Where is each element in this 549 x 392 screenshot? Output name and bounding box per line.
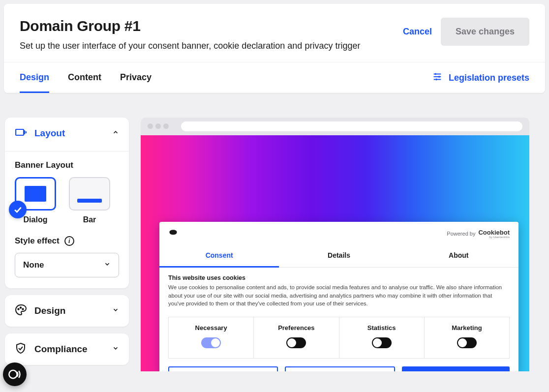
tab-content[interactable]: Content — [68, 62, 101, 93]
palette-icon — [15, 304, 27, 318]
category-statistics-label: Statistics — [342, 324, 421, 332]
browser-mock: Powered by Cookiebot by Usercentrics Con… — [141, 118, 529, 371]
banner-button-3[interactable] — [402, 366, 510, 371]
svg-point-11 — [22, 308, 23, 309]
page-title: Domain Group #1 — [20, 18, 360, 34]
svg-point-14 — [9, 370, 17, 378]
category-necessary: Necessary — [169, 317, 254, 358]
banner-button-1[interactable] — [168, 366, 278, 371]
privacy-trigger-fab[interactable] — [3, 362, 27, 386]
category-statistics: Statistics — [339, 317, 425, 358]
fingerprint-icon — [8, 367, 22, 381]
page-subtitle: Set up the user interface of your consen… — [20, 39, 360, 52]
chevron-down-icon — [104, 260, 111, 270]
cookie-icon — [168, 228, 178, 240]
layout-panel: Layout Banner Layout Dialog — [5, 118, 129, 288]
layout-panel-title: Layout — [34, 128, 104, 139]
preview-viewport: Powered by Cookiebot by Usercentrics Con… — [141, 135, 529, 371]
legislation-presets-label: Legislation presets — [449, 73, 529, 83]
toggle-preferences[interactable] — [286, 337, 306, 348]
toggle-necessary[interactable] — [201, 337, 221, 348]
window-dots-icon — [148, 122, 171, 131]
category-preferences: Preferences — [254, 317, 339, 358]
banner-tab-details[interactable]: Details — [279, 244, 398, 268]
compliance-panel-header[interactable]: Compliance — [5, 333, 129, 365]
compliance-panel: Compliance — [5, 333, 129, 365]
preview-pane: Powered by Cookiebot by Usercentrics Con… — [141, 118, 549, 371]
svg-point-10 — [20, 307, 21, 308]
info-icon[interactable]: i — [64, 236, 74, 246]
brand-sub: by Usercentrics — [489, 236, 510, 239]
url-bar — [181, 121, 522, 131]
toggle-marketing[interactable] — [457, 337, 477, 348]
banner-button-2[interactable] — [285, 366, 395, 371]
banner-body-title: This website uses cookies — [168, 274, 510, 281]
chevron-down-icon — [112, 306, 119, 315]
design-panel: Design — [5, 295, 129, 327]
cancel-button[interactable]: Cancel — [403, 27, 432, 37]
design-panel-title: Design — [34, 305, 104, 316]
shield-icon — [15, 342, 27, 356]
save-changes-button[interactable]: Save changes — [441, 18, 529, 46]
header-card: Domain Group #1 Set up the user interfac… — [4, 4, 545, 93]
legislation-presets-button[interactable]: Legislation presets — [432, 71, 529, 85]
category-preferences-label: Preferences — [257, 324, 336, 332]
svg-point-13 — [170, 230, 177, 234]
consent-banner: Powered by Cookiebot by Usercentrics Con… — [159, 222, 518, 371]
banner-tab-consent[interactable]: Consent — [159, 244, 279, 268]
banner-layout-label: Banner Layout — [15, 160, 119, 170]
svg-rect-6 — [16, 129, 24, 135]
category-marketing: Marketing — [425, 317, 509, 358]
check-icon — [9, 201, 27, 218]
style-effect-value: None — [23, 260, 44, 270]
category-necessary-label: Necessary — [172, 324, 250, 332]
banner-body-text: We use cookies to personalise content an… — [168, 283, 510, 308]
layout-option-bar[interactable]: Bar — [69, 177, 110, 224]
chevron-down-icon — [112, 345, 119, 354]
layout-option-dialog[interactable]: Dialog — [15, 177, 56, 224]
svg-point-9 — [18, 308, 19, 309]
tab-privacy[interactable]: Privacy — [120, 62, 152, 93]
style-effect-select[interactable]: None — [15, 253, 119, 277]
sidebar: Layout Banner Layout Dialog — [5, 118, 129, 371]
layout-panel-header[interactable]: Layout — [5, 118, 129, 149]
toggle-statistics[interactable] — [372, 337, 392, 348]
brand-name: Cookiebot — [478, 229, 510, 236]
layout-option-dialog-label: Dialog — [24, 215, 48, 224]
design-panel-header[interactable]: Design — [5, 295, 129, 327]
dialog-shape-icon — [25, 186, 46, 202]
style-effect-label: Style effect — [15, 236, 60, 246]
sliders-icon — [432, 71, 443, 85]
tab-design[interactable]: Design — [20, 62, 49, 93]
powered-by-label: Powered by — [447, 231, 475, 237]
bar-shape-icon — [77, 199, 102, 203]
compliance-panel-title: Compliance — [34, 344, 104, 355]
powered-by[interactable]: Powered by Cookiebot by Usercentrics — [447, 229, 510, 239]
chevron-up-icon — [112, 129, 119, 138]
layout-icon — [15, 126, 27, 140]
banner-tab-about[interactable]: About — [399, 244, 518, 268]
layout-option-bar-label: Bar — [83, 215, 96, 224]
category-marketing-label: Marketing — [427, 324, 506, 332]
